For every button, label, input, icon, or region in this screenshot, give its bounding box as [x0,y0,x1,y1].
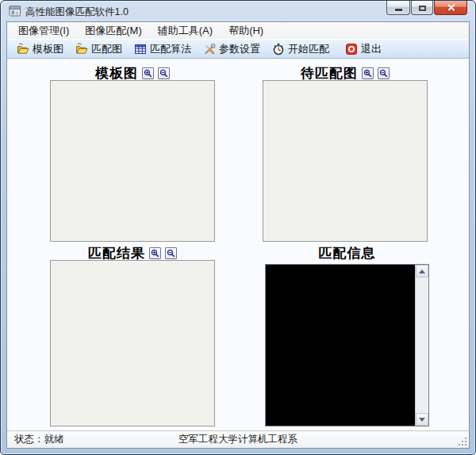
menu-image-management[interactable]: 图像管理(I) [10,22,77,40]
caption-buttons [386,1,467,15]
toolbar-button-label: 匹配图 [91,42,122,56]
open-folder-icon [17,43,29,55]
match-result-panel: 匹配结果 [50,246,215,426]
panel-title: 匹配结果 [88,244,145,262]
match-info-log [266,265,415,426]
panel-title: 匹配信息 [319,244,376,262]
arrow-up-icon [419,270,425,273]
minimize-button[interactable] [386,1,410,15]
tools-icon [203,43,216,55]
main-area: 模板图 [7,59,469,430]
panel-header: 模板图 [50,66,215,80]
menu-image-matching[interactable]: 图像匹配(M) [77,22,150,40]
match-info-panel: 匹配信息 [265,246,429,426]
resize-grip[interactable] [458,437,467,446]
toolbar-button-label: 退出 [361,42,382,56]
parameter-settings-button[interactable]: 参数设置 [198,40,265,58]
window-title: 高性能图像匹配软件1.0 [25,6,129,19]
zoom-out-button[interactable] [165,247,177,259]
template-image-button[interactable]: 模板图 [12,40,68,58]
menu-auxiliary-tools[interactable]: 辅助工具(A) [150,22,221,40]
open-folder-icon [75,43,88,55]
zoom-out-icon [159,69,168,78]
arrow-down-icon [419,418,425,422]
zoom-in-icon [144,69,152,78]
zoom-in-icon [151,249,159,258]
application-window-icon [9,5,21,17]
zoom-in-button[interactable] [149,247,161,259]
scroll-up-button[interactable] [416,265,428,277]
close-icon [447,3,455,12]
zoom-in-icon [363,69,372,78]
panel-header: 待匹配图 [263,66,428,80]
title-bar[interactable]: 高性能图像匹配软件1.0 [1,1,475,21]
menu-bar: 图像管理(I) 图像匹配(M) 辅助工具(A) 帮助(H) [7,22,469,39]
status-bar: 空军工程大学计算机工程系 状态：就绪 [7,430,469,448]
toolbar-button-label: 模板图 [33,42,63,56]
client-area: 图像管理(I) 图像匹配(M) 辅助工具(A) 帮助(H) 模板图 [6,21,470,449]
exit-icon [345,43,358,55]
menu-help[interactable]: 帮助(H) [221,22,271,40]
maximize-icon [419,6,426,11]
scrollbar-track[interactable] [416,277,428,413]
panel-header: 匹配结果 [50,246,215,260]
zoom-in-button[interactable] [142,67,154,79]
scroll-down-button[interactable] [416,413,428,426]
close-button[interactable] [434,1,467,15]
match-result-image-box [50,260,215,426]
start-matching-button[interactable]: 开始匹配 [267,40,334,58]
minimize-icon [395,9,402,11]
vertical-scrollbar[interactable] [415,265,428,426]
zoom-in-button[interactable] [362,67,374,79]
panel-title: 模板图 [95,64,138,82]
app-window: 高性能图像匹配软件1.0 图像管理(I) 图像匹配(M) 辅助工具(A) 帮助(… [0,0,476,455]
panel-header: 匹配信息 [265,246,429,260]
toolbar: 模板图 匹配图 匹配算法 [7,39,469,59]
affiliation-text: 空军工程大学计算机工程系 [7,433,469,446]
zoom-out-button[interactable] [158,67,170,79]
table-grid-icon [134,43,147,55]
match-info-box [265,264,429,426]
zoom-out-button[interactable] [378,67,390,79]
toolbar-button-label: 匹配算法 [150,42,191,56]
panel-title: 待匹配图 [301,64,358,82]
to-match-image-panel: 待匹配图 [263,66,428,242]
template-image-panel: 模板图 [50,66,215,242]
stopwatch-icon [272,43,285,55]
zoom-out-icon [379,69,388,78]
exit-button[interactable]: 退出 [340,40,386,58]
template-image-box [50,80,215,242]
match-image-button[interactable]: 匹配图 [71,40,127,58]
match-algorithm-button[interactable]: 匹配算法 [129,40,196,58]
to-match-image-box [263,80,428,242]
toolbar-button-label: 参数设置 [219,42,260,56]
maximize-button[interactable] [411,1,433,15]
toolbar-button-label: 开始匹配 [288,42,329,56]
zoom-out-icon [167,249,175,258]
